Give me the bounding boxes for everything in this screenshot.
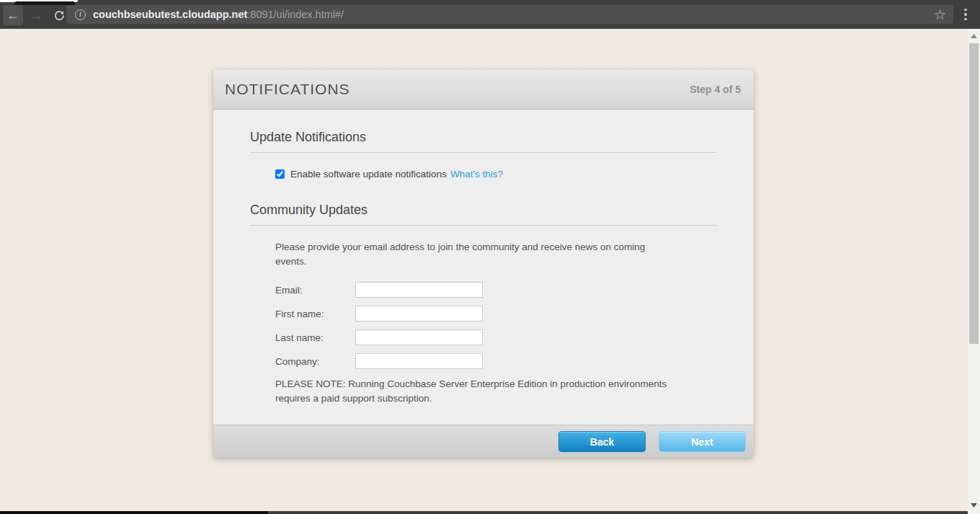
update-notifications-checkbox[interactable] (275, 169, 285, 179)
update-notifications-heading: Update Notifications (250, 130, 717, 153)
browser-toolbar: ← → i couchbseubutest.cloudapp.net:8091/… (0, 0, 980, 29)
update-notifications-checkbox-label: Enable software update notifications (290, 169, 447, 180)
scrollbar-down-arrow[interactable] (968, 500, 980, 511)
company-label: Company: (275, 356, 355, 367)
email-field[interactable] (355, 282, 483, 298)
menu-dot (964, 13, 967, 16)
community-form: Email: First name: Last name: Company: (275, 282, 717, 369)
last-name-label: Last name: (275, 332, 355, 343)
company-field[interactable] (355, 353, 483, 369)
step-indicator: Step 4 of 5 (690, 84, 741, 95)
scrollbar-thumb[interactable] (969, 43, 979, 344)
email-label: Email: (275, 285, 355, 296)
scrollbar-up-arrow[interactable] (968, 30, 980, 42)
address-bar[interactable]: i couchbseubutest.cloudapp.net:8091/ui/i… (66, 5, 953, 24)
url-host: couchbseubutest.cloudapp.net (93, 9, 247, 20)
page-scrollbar[interactable] (968, 29, 980, 514)
bookmark-star-icon[interactable]: ☆ (934, 6, 946, 23)
page-info-icon[interactable]: i (75, 9, 86, 20)
form-row-first-name: First name: (275, 306, 717, 322)
dialog-body: Update Notifications Enable software upd… (213, 110, 754, 425)
first-name-label: First name: (275, 309, 355, 319)
setup-wizard-dialog: NOTIFICATIONS Step 4 of 5 Update Notific… (213, 70, 754, 458)
next-button[interactable]: Next (659, 431, 746, 452)
form-row-company: Company: (275, 353, 717, 369)
bottom-edge-strip-light (268, 511, 968, 514)
community-intro-text: Please provide your email address to joi… (275, 240, 668, 269)
whats-this-link[interactable]: What's this? (450, 169, 503, 180)
forward-arrow-icon: → (30, 8, 43, 23)
last-name-field[interactable] (355, 329, 483, 345)
form-row-email: Email: (275, 282, 717, 298)
menu-dot (964, 9, 967, 12)
back-arrow-icon: ← (6, 8, 19, 23)
first-name-field[interactable] (355, 306, 483, 322)
url-path: :8091/ui/index.html#/ (247, 9, 344, 20)
browser-back-button[interactable]: ← (3, 5, 23, 25)
menu-dot (964, 18, 967, 21)
url-text[interactable]: couchbseubutest.cloudapp.net:8091/ui/ind… (93, 9, 934, 20)
bottom-edge-strip (0, 511, 968, 514)
dialog-title: NOTIFICATIONS (225, 81, 350, 98)
dialog-footer: Back Next (213, 425, 754, 458)
reload-icon (53, 9, 66, 22)
enable-updates-row: Enable software update notifications Wha… (275, 169, 717, 180)
back-button[interactable]: Back (558, 431, 646, 452)
browser-menu-button[interactable] (958, 6, 974, 22)
dialog-header: NOTIFICATIONS Step 4 of 5 (213, 70, 754, 110)
browser-forward-button[interactable]: → (26, 5, 46, 25)
enterprise-note-text: PLEASE NOTE: Running Couchbase Server En… (275, 377, 668, 406)
page-viewport: NOTIFICATIONS Step 4 of 5 Update Notific… (0, 29, 980, 514)
community-updates-heading: Community Updates (250, 203, 717, 226)
form-row-last-name: Last name: (275, 329, 717, 345)
